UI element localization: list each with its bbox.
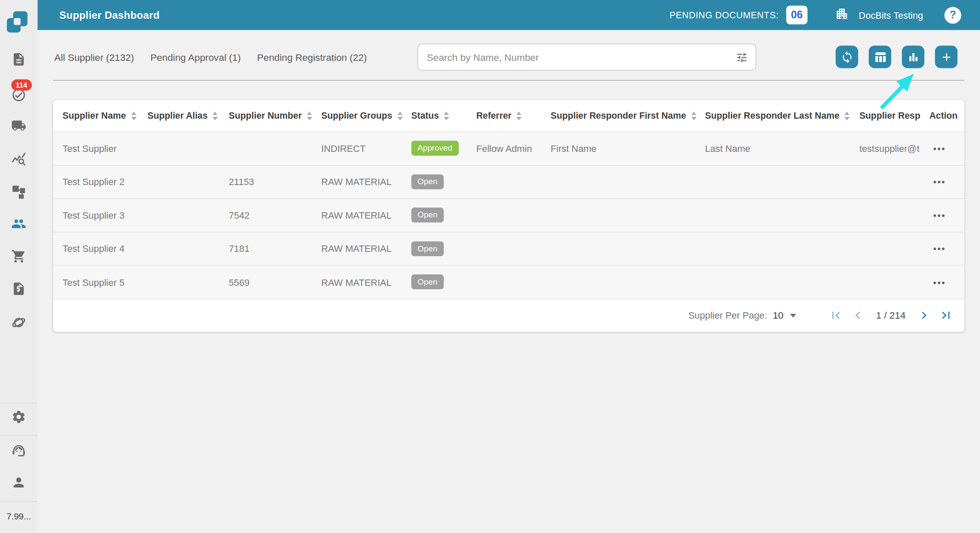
column-label: Supplier Responder Last Name <box>705 111 839 121</box>
page-title: Supplier Dashboard <box>37 9 160 21</box>
main-content: All Supplier (2132)Pending Approval (1)P… <box>37 30 980 533</box>
chevron-left-icon <box>850 308 865 322</box>
cell-status: Open <box>411 274 476 289</box>
sync-icon <box>840 50 854 63</box>
gear-icon <box>11 409 26 424</box>
filter-icon[interactable] <box>735 51 748 63</box>
table-row[interactable]: Test Supplier 47181RAW MATERIALOpen••• <box>53 231 964 265</box>
tab-pending-registration[interactable]: Pending Registration (22) <box>257 51 367 63</box>
cell-groups: RAW MATERIAL <box>321 210 411 220</box>
row-actions-button[interactable]: ••• <box>929 210 946 220</box>
table-row[interactable]: Test SupplierINDIRECTApprovedFellow Admi… <box>53 132 964 165</box>
usage-indicator: 7.99... <box>0 511 37 522</box>
table-row[interactable]: Test Supplier 37542RAW MATERIALOpen••• <box>53 198 964 232</box>
sort-icon <box>443 111 450 120</box>
sidebar-item-invoices[interactable] <box>0 281 37 296</box>
cell-action: ••• <box>929 177 964 187</box>
page-indicator: 1 / 214 <box>876 310 906 321</box>
help-button[interactable]: ? <box>944 6 961 23</box>
pending-documents-count[interactable]: 06 <box>786 6 807 24</box>
table-row[interactable]: Test Supplier 221153RAW MATERIALOpen••• <box>53 165 964 198</box>
row-actions-button[interactable]: ••• <box>929 277 946 288</box>
column-header-responder_last_name[interactable]: Supplier Responder Last Name <box>705 111 859 121</box>
last-page-button[interactable] <box>939 308 953 322</box>
tabs-divider <box>53 80 964 80</box>
organization-menu[interactable]: DocBits Testing <box>835 7 923 23</box>
first-page-icon <box>829 308 843 322</box>
column-label: Referrer <box>476 111 512 121</box>
cell-groups: RAW MATERIAL <box>321 277 411 288</box>
column-header-status[interactable]: Status <box>411 111 476 121</box>
previous-page-button <box>850 308 865 322</box>
sidebar-item-shipments[interactable] <box>0 118 37 133</box>
search-input[interactable] <box>418 51 735 63</box>
cell-name: Test Supplier 3 <box>53 210 148 220</box>
plus-icon <box>940 50 953 63</box>
sidebar-item-profile[interactable] <box>0 475 37 490</box>
docbits-logo[interactable] <box>7 11 28 32</box>
cell-responder_email: testsupplier@t <box>859 143 929 154</box>
table-header-row: Supplier NameSupplier AliasSupplier Numb… <box>53 100 964 132</box>
sidebar-divider <box>0 402 37 403</box>
tab-all-supplier[interactable]: All Supplier (2132) <box>54 51 134 63</box>
per-page-dropdown-caret[interactable] <box>790 314 796 317</box>
add-supplier-button[interactable] <box>935 46 957 68</box>
sidebar-item-support[interactable] <box>0 443 37 458</box>
sidebar-item-integrations[interactable] <box>0 315 37 330</box>
column-label: Supplier Name <box>63 111 126 121</box>
column-header-name[interactable]: Supplier Name <box>53 111 148 121</box>
sidebar-item-documents[interactable] <box>0 52 37 67</box>
cell-name: Test Supplier 5 <box>53 277 148 288</box>
column-header-referrer[interactable]: Referrer <box>476 111 551 121</box>
row-actions-button[interactable]: ••• <box>929 243 946 254</box>
table-row[interactable]: Test Supplier 55569RAW MATERIALOpen••• <box>53 265 964 299</box>
toolbar-actions <box>836 46 958 68</box>
chart-view-button[interactable] <box>902 46 924 68</box>
orbit-icon <box>11 315 26 330</box>
column-header-number[interactable]: Supplier Number <box>229 111 321 121</box>
column-header-groups[interactable]: Supplier Groups <box>321 111 411 121</box>
next-page-button[interactable] <box>917 308 932 322</box>
sort-icon <box>130 111 137 120</box>
headset-icon <box>11 443 26 458</box>
column-header-alias[interactable]: Supplier Alias <box>148 111 229 121</box>
status-badge: Open <box>411 274 444 289</box>
column-settings-button[interactable] <box>869 46 891 68</box>
sidebar-item-purchase-orders[interactable] <box>0 249 37 264</box>
organization-name: DocBits Testing <box>859 10 923 20</box>
refresh-button[interactable] <box>836 46 858 68</box>
schema-icon <box>11 184 26 199</box>
building-icon <box>835 7 849 20</box>
first-page-button <box>829 308 843 322</box>
cell-action: ••• <box>929 210 964 220</box>
per-page-value[interactable]: 10 <box>773 310 783 321</box>
sort-icon <box>306 111 313 120</box>
column-label: Supplier Responder First Name <box>551 111 686 121</box>
tab-pending-approval[interactable]: Pending Approval (1) <box>150 51 241 63</box>
row-actions-button[interactable]: ••• <box>929 177 946 187</box>
sidebar-item-suppliers[interactable] <box>0 216 37 231</box>
per-page-label: Supplier Per Page: <box>688 310 767 321</box>
sidebar: 114 7.99... <box>0 0 37 533</box>
chevron-right-icon <box>917 308 932 322</box>
sort-icon <box>690 111 697 120</box>
column-label: Supplier Number <box>229 111 302 121</box>
row-actions-button[interactable]: ••• <box>929 143 946 154</box>
sidebar-item-approvals[interactable]: 114 <box>0 88 37 103</box>
table-footer: Supplier Per Page: 10 1 / 214 <box>53 299 964 332</box>
supplier-tabs: All Supplier (2132)Pending Approval (1)P… <box>54 44 367 71</box>
people-icon <box>11 216 26 231</box>
tune-icon <box>735 51 748 63</box>
app-window: 114 7.99... Supplier Dashboard PENDING D… <box>0 0 980 533</box>
status-badge: Approved <box>411 141 459 156</box>
column-header-responder_first_name[interactable]: Supplier Responder First Name <box>551 111 705 121</box>
cell-action: ••• <box>929 143 964 154</box>
bar-chart-icon <box>906 50 920 63</box>
column-header-responder_email: Supplier Resp <box>859 111 929 121</box>
table-columns-icon <box>873 50 886 63</box>
sidebar-item-settings[interactable] <box>0 409 37 424</box>
sidebar-item-analytics[interactable] <box>0 151 37 166</box>
sidebar-divider <box>0 501 37 502</box>
cell-status: Open <box>411 241 476 256</box>
sidebar-item-workflows[interactable] <box>0 184 37 199</box>
